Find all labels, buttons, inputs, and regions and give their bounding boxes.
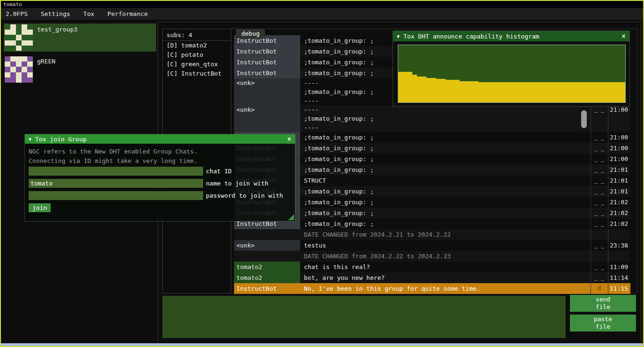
- histogram-bar: [621, 82, 625, 102]
- time-cell: 21:01: [608, 164, 630, 175]
- histogram-bar: [422, 77, 426, 102]
- group-item-test_group3[interactable]: test_group3: [4, 23, 156, 52]
- histogram-bar: [530, 82, 535, 102]
- histogram-bar: [441, 79, 446, 102]
- message-row[interactable]: <unk>testus_ _23:38: [234, 240, 630, 251]
- histogram-plot[interactable]: [398, 45, 626, 103]
- menu-settings[interactable]: Settings: [41, 10, 70, 17]
- close-icon[interactable]: ×: [621, 32, 626, 40]
- avatar-pixel: [10, 62, 16, 67]
- system-message: DATE CHANGED from 2024.2.21 to 2024.2.22: [300, 229, 591, 240]
- histogram-bar: [587, 82, 592, 102]
- flags-cell: _ _: [591, 143, 608, 154]
- join-group-title: Tox join Group: [35, 136, 87, 143]
- sender-cell: [234, 229, 300, 240]
- avatar-pixel: [27, 56, 33, 62]
- avatar-pixel: [10, 40, 16, 46]
- histogram-bar: [573, 82, 578, 102]
- collapse-icon[interactable]: ▼: [397, 34, 400, 39]
- message-row[interactable]: tomato2chat is this real?_ _11:09: [234, 262, 630, 272]
- collapse-icon[interactable]: ▼: [29, 137, 31, 142]
- message-input[interactable]: [162, 296, 566, 338]
- message-row[interactable]: tomato2bot, are you new here?_ _11:14: [234, 272, 630, 283]
- avatar-pixel: [22, 24, 27, 30]
- paste-file-button[interactable]: paste file: [570, 315, 636, 332]
- histogram-bar: [408, 72, 412, 102]
- histogram-bar: [616, 82, 621, 102]
- window-titlebar[interactable]: tomato: [1, 1, 643, 8]
- time-cell: 21:02: [608, 208, 630, 218]
- avatar-pixel: [27, 46, 33, 51]
- file-buttons: send file paste file: [570, 295, 636, 334]
- message-line: ;tomato_in_group: ;: [304, 114, 587, 123]
- avatar-pixel: [5, 56, 10, 62]
- avatar-pixel: [5, 67, 10, 72]
- histogram-bar: [564, 82, 568, 102]
- message-cell: ;tomato_in_group: ;: [300, 164, 591, 175]
- avatar-pixel: [5, 46, 10, 51]
- member-item-green_qtox[interactable]: [C] green_qtox: [163, 60, 231, 69]
- sender-cell: tomato2: [234, 272, 300, 283]
- avatar-pixel: [27, 35, 33, 40]
- menu-performance[interactable]: Performance: [107, 10, 148, 17]
- flags-cell: _ _: [591, 197, 608, 208]
- menu-tox[interactable]: Tox: [83, 10, 94, 17]
- message-cell: ;tomato_in_group: ;: [300, 197, 591, 208]
- flags-cell: _ _: [591, 132, 608, 143]
- group-avatar: [5, 24, 33, 51]
- flags-cell: _ _: [591, 105, 608, 132]
- avatar-pixel: [22, 30, 27, 35]
- send-file-button[interactable]: send file: [570, 295, 636, 312]
- histogram-bar: [545, 82, 549, 102]
- tab-debug[interactable]: debug: [236, 29, 265, 39]
- time-cell: 21:00: [608, 105, 630, 132]
- message-row[interactable]: InstructBotNo, I've been in this group f…: [234, 283, 630, 294]
- avatar-pixel: [22, 46, 27, 51]
- app-window: tomato 2.0FPS Settings Tox Performance t…: [0, 0, 644, 347]
- time-cell: 21:01: [608, 186, 630, 197]
- member-item-tomato2[interactable]: [D] tomato2: [163, 41, 231, 50]
- join-info-line: Connecting via ID might take a very long…: [25, 156, 295, 166]
- menu-bar: 2.0FPS Settings Tox Performance: [1, 8, 643, 20]
- histogram-bar: [507, 82, 512, 102]
- join-name-input[interactable]: [29, 179, 203, 188]
- message-cell: bot, are you new here?: [300, 272, 591, 283]
- flags-cell: [591, 229, 608, 240]
- histogram-bar: [535, 82, 540, 102]
- avatar-pixel: [16, 56, 22, 62]
- flags-cell: d: [591, 283, 608, 294]
- join-group-body: NGC refers to the New DHT enabled Group …: [25, 144, 295, 221]
- avatar-pixel: [10, 56, 16, 62]
- avatar-pixel: [16, 40, 22, 46]
- message-cell: ;tomato_in_group: ;: [300, 132, 591, 143]
- member-item-InstructBot[interactable]: [C] InstructBot: [163, 69, 231, 78]
- flags-cell: _ _: [591, 272, 608, 283]
- join-group-titlebar[interactable]: ▼ Tox join Group ×: [25, 134, 295, 144]
- histogram-bar: [446, 80, 450, 102]
- time-cell: [608, 251, 630, 262]
- message-cell: No, I've been in this group for quite so…: [300, 283, 591, 294]
- avatar-pixel: [22, 56, 27, 62]
- join-button[interactable]: join: [29, 203, 51, 212]
- message-row[interactable]: <unk>----;tomato_in_group: ;----_ _21:00: [234, 105, 630, 132]
- close-icon[interactable]: ×: [287, 135, 291, 143]
- time-cell: 11:14: [608, 272, 630, 283]
- join-password-input[interactable]: [29, 191, 203, 200]
- dht-histogram-titlebar[interactable]: ▼ Tox DHT announce capability histogram …: [393, 31, 629, 41]
- group-item-gREEN[interactable]: gREEN: [4, 55, 156, 84]
- member-item-potato[interactable]: [C] potato: [163, 50, 231, 60]
- histogram-bar: [568, 82, 573, 102]
- resize-grip-icon[interactable]: [288, 214, 294, 220]
- chat-id-input[interactable]: [29, 167, 203, 176]
- sender-cell: <unk>: [234, 78, 300, 105]
- message-cell: STRUCT: [300, 175, 591, 186]
- time-cell: [608, 229, 630, 240]
- chat-scrollbar[interactable]: [581, 110, 587, 128]
- avatar-pixel: [27, 72, 33, 77]
- avatar-pixel: [5, 72, 10, 77]
- flags-cell: _ _: [591, 218, 608, 229]
- histogram-bar: [498, 82, 502, 102]
- join-password-label: password to join with: [206, 191, 283, 200]
- histogram-bar: [426, 78, 431, 102]
- histogram-bar: [432, 78, 436, 102]
